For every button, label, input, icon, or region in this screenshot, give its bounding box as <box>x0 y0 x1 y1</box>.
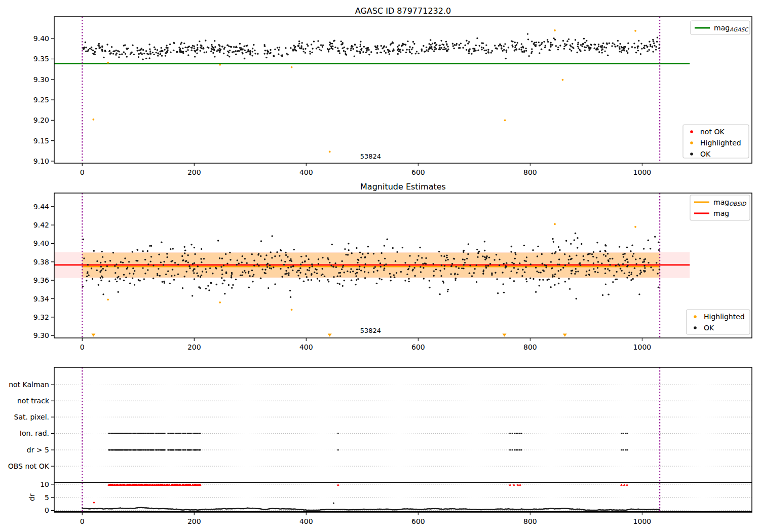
figure-window: 53824020040060080010009.109.159.209.259.… <box>0 0 760 532</box>
ok-point <box>554 39 556 41</box>
ok-point <box>210 282 212 284</box>
ok-point <box>334 262 336 264</box>
ok-point <box>643 248 644 249</box>
ok-point <box>165 274 167 275</box>
ok-point <box>607 55 609 56</box>
ok-point <box>641 48 642 49</box>
ok-point <box>170 260 172 262</box>
ok-point <box>214 40 215 42</box>
ok-point <box>366 50 367 52</box>
ok-point <box>169 283 170 284</box>
ok-point <box>149 50 151 52</box>
ok-point <box>319 49 320 50</box>
ok-point <box>253 264 255 266</box>
ok-point <box>587 260 589 261</box>
flag-mark <box>509 433 511 434</box>
ok-point <box>161 55 163 56</box>
ok-point <box>122 261 124 263</box>
legend-label: Highlighted <box>704 313 745 321</box>
ok-point <box>164 282 165 284</box>
ok-point <box>292 49 294 50</box>
legend-dot-sample <box>690 153 693 156</box>
ok-point <box>87 272 88 274</box>
ok-point <box>509 277 511 279</box>
ok-point <box>263 272 265 274</box>
ok-point <box>191 49 193 51</box>
ok-point <box>192 45 194 47</box>
ok-point <box>593 251 594 253</box>
ok-point <box>579 263 580 264</box>
ok-point <box>643 259 645 260</box>
ok-point <box>242 255 243 257</box>
ok-point <box>240 275 241 276</box>
ok-point <box>296 271 297 273</box>
flag-mark <box>627 449 628 451</box>
ok-point <box>356 279 357 281</box>
ok-point <box>142 250 143 252</box>
dr-clipped-mark <box>509 484 511 486</box>
ok-point <box>106 265 108 267</box>
ok-point <box>164 49 165 50</box>
ok-point <box>225 273 227 274</box>
flags-panel: 02004006008001000not Kalmannot trackSat.… <box>8 367 752 525</box>
ok-point <box>584 46 585 48</box>
ok-point <box>143 278 145 280</box>
ok-point <box>231 287 233 288</box>
ok-point <box>132 45 133 46</box>
ok-point <box>134 270 135 272</box>
ok-point <box>92 53 94 54</box>
ok-point <box>117 291 119 293</box>
ok-point <box>506 51 507 53</box>
ok-point <box>633 43 635 44</box>
ok-point <box>562 267 564 269</box>
ok-point <box>258 265 259 267</box>
ok-point <box>597 272 598 273</box>
ok-point <box>643 265 645 267</box>
ok-point <box>294 49 295 50</box>
ok-point <box>558 258 560 260</box>
ok-point <box>251 253 253 255</box>
ok-point <box>650 248 651 249</box>
ok-point <box>550 261 552 262</box>
ok-point <box>193 269 195 270</box>
ok-point <box>302 48 304 50</box>
ok-point <box>248 271 249 272</box>
ok-point <box>588 253 589 255</box>
ok-point <box>503 45 505 47</box>
ok-point <box>184 276 185 277</box>
flag-mark <box>131 433 133 434</box>
ok-point <box>433 270 435 272</box>
x-tick-label: 200 <box>187 517 201 525</box>
ok-point <box>476 37 478 39</box>
ok-point <box>252 276 253 277</box>
ok-point <box>517 42 518 44</box>
ok-point <box>572 43 573 45</box>
ok-point <box>311 44 312 45</box>
ok-point <box>454 273 455 274</box>
ok-point <box>137 249 138 251</box>
ok-point <box>344 47 345 48</box>
y-tick-label: 9.40 <box>33 34 49 43</box>
ok-point <box>301 261 303 263</box>
panel-title: AGASC ID 879771232.0 <box>355 6 451 16</box>
ok-point <box>625 46 626 48</box>
ok-point <box>370 51 372 53</box>
ok-point <box>538 42 540 43</box>
ok-point <box>464 259 465 260</box>
ok-point <box>267 266 268 268</box>
y-tick-label: 9.35 <box>33 55 49 63</box>
ok-point <box>119 54 121 55</box>
ok-point <box>432 43 433 44</box>
ok-point <box>406 274 408 275</box>
ok-point <box>632 255 633 257</box>
x-tick-label: 800 <box>523 343 537 351</box>
flag-mark <box>176 433 177 434</box>
category-label: Sat. pixel. <box>14 413 49 421</box>
ok-point <box>271 257 273 258</box>
ok-point <box>581 243 582 245</box>
ok-point <box>247 45 248 46</box>
ok-point <box>582 46 583 47</box>
ok-point <box>523 245 525 246</box>
ok-point <box>469 264 471 266</box>
ok-point <box>412 41 414 43</box>
